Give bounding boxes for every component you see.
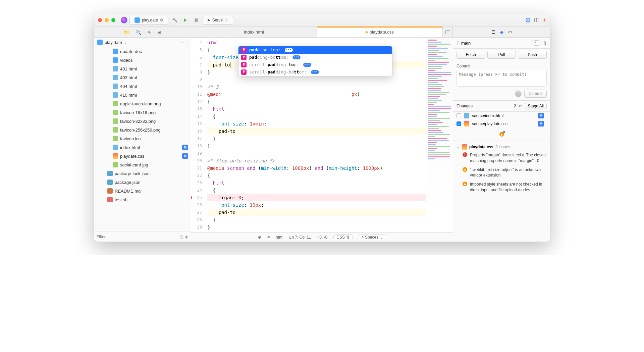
json-file-icon [107, 180, 113, 185]
issues-summary-icon[interactable]: ▲ [499, 132, 504, 137]
modified-badge: M [182, 145, 188, 150]
close-icon[interactable] [98, 18, 102, 22]
issue-text: "-webkit-text-size-adjust" is an unknown… [470, 167, 547, 179]
filter-settings-icon[interactable]: ◈ [185, 234, 188, 239]
stage-checkbox[interactable] [457, 113, 461, 118]
file-row[interactable]: 403.html [94, 73, 191, 82]
file-row[interactable]: package-lock.json [94, 169, 191, 178]
img-file-icon [113, 136, 118, 141]
branch-icon: ᛘ [457, 41, 459, 46]
autocomplete-item[interactable]: Pscroll-padding-top:••• [238, 61, 392, 68]
nav-back-icon[interactable]: ‹ [182, 40, 183, 45]
task-selector[interactable]: ▶ Serve ⇅ [203, 16, 233, 24]
autocomplete-item[interactable]: Pscroll-padding-bottom:••• [238, 68, 392, 76]
file-row[interactable]: ›videos [94, 56, 191, 64]
panels-icon[interactable] [534, 18, 539, 22]
change-row[interactable]: ✓ source/playdate.css M [453, 120, 550, 128]
refresh-icon[interactable]: ⟳ [519, 104, 522, 108]
file-row[interactable]: favicon.ico [94, 134, 191, 143]
preview-icon[interactable] [526, 18, 530, 22]
indent-selector[interactable]: 4 Spaces ⌄ [359, 234, 386, 240]
stage-all-button[interactable]: Stage All [525, 103, 547, 109]
file-row[interactable]: 410.html [94, 91, 191, 99]
breadcrumb-text[interactable]: html [276, 235, 283, 240]
tab-playdate-css[interactable]: playdate.css [317, 27, 443, 37]
css-file-icon [464, 121, 469, 127]
diff-status: +3, -0 [317, 235, 327, 240]
issue-item[interactable]: ▲"-webkit-text-size-adjust" is an unknow… [463, 167, 547, 179]
terminal-icon[interactable]: ▭ [508, 30, 512, 35]
file-row[interactable]: apple-touch-icon.png [94, 99, 191, 108]
add-icon[interactable]: + [543, 17, 546, 23]
subheader: 📁 🔍 ✳ ⊞ index.html playdate.css ☰ ◆ ▭ [94, 27, 550, 38]
branch-name: main [461, 41, 471, 46]
autocomplete-item[interactable]: Ppadding-bottom:••• [238, 54, 392, 61]
warning-icon: ▲ [463, 182, 467, 186]
stop-button[interactable] [192, 16, 201, 24]
search-icon[interactable]: 🔍 [136, 30, 141, 35]
autocomplete-popup[interactable]: Ppadding-top:•••Ppadding-bottom:•••Pscro… [238, 46, 392, 76]
tab-index-html[interactable]: index.html [191, 27, 317, 37]
project-tab[interactable]: play.date ✻ [129, 16, 168, 24]
zoom-icon[interactable] [111, 18, 115, 22]
file-row[interactable]: 404.html [94, 82, 191, 91]
change-row[interactable]: source/index.html M [453, 112, 550, 120]
img-file-icon [113, 127, 118, 133]
md-file-icon [107, 188, 113, 194]
split-editor-icon[interactable] [443, 27, 453, 37]
git-icon[interactable]: ◆ [500, 30, 503, 35]
file-tree[interactable]: ›update-dec›videos401.html403.html404.ht… [94, 47, 191, 232]
stage-checkbox[interactable]: ✓ [457, 121, 461, 126]
task-label: Serve [212, 18, 223, 22]
issue-item[interactable]: !Property "mrgan" doesn't exist. The clo… [463, 152, 547, 164]
chevron-right-icon: › [107, 50, 111, 53]
file-row[interactable]: README.md [94, 187, 191, 195]
code-area[interactable]: 456789101112131415161718192021222324!252… [191, 38, 453, 232]
grid-icon[interactable]: ⊞ [157, 30, 161, 35]
file-row[interactable]: 401.html [94, 64, 191, 73]
minimize-icon[interactable] [105, 18, 109, 22]
snippet-pill-icon: ••• [303, 63, 311, 67]
editor-tabs: index.html playdate.css [191, 27, 453, 37]
editor: 456789101112131415161718192021222324!252… [191, 38, 453, 242]
language-selector[interactable]: CSS ⇅ [333, 234, 353, 240]
filter-input[interactable] [97, 235, 180, 239]
git-buttons: Fetch Pull Push [453, 49, 550, 61]
cursor-position: Ln 7, Col 11 [289, 235, 311, 240]
file-label: favicon-16x16.png [120, 110, 156, 115]
file-label: apple-touch-icon.png [120, 101, 161, 106]
html-file-icon [113, 75, 118, 80]
file-row[interactable]: ›update-dec [94, 47, 191, 56]
project-name: play.date [105, 40, 122, 45]
issue-item[interactable]: ▲Imported style sheets are not checked i… [463, 182, 547, 193]
autocomplete-item[interactable]: Ppadding-top:••• [238, 46, 392, 54]
push-button[interactable]: Push [518, 51, 547, 59]
file-row[interactable]: favicon-256x256.png [94, 125, 191, 134]
commit-message-input[interactable] [457, 70, 547, 87]
pull-button[interactable]: Pull [487, 51, 516, 59]
branch-row[interactable]: ᛘ main 2 ↑ ⇅ [453, 38, 550, 49]
project-header[interactable]: play.date ⌄ ‹› [94, 38, 191, 47]
file-row[interactable]: test.sh [94, 195, 191, 204]
clock-icon[interactable]: ◷ [180, 234, 183, 239]
file-row[interactable]: playdate.cssM [94, 152, 191, 160]
fetch-button[interactable]: Fetch [457, 51, 485, 59]
breadcrumb-icon: ≡ [267, 235, 270, 240]
issues-header[interactable]: ⌄ playdate.css 3 issues [457, 144, 547, 150]
run-button[interactable] [181, 16, 190, 24]
file-row[interactable]: index.htmlM [94, 143, 191, 152]
settings-gear-icon[interactable]: ✻ [160, 18, 163, 22]
file-row[interactable]: favicon-16x16.png [94, 108, 191, 117]
minimap[interactable] [426, 38, 453, 232]
symbols-icon[interactable]: ✳ [147, 30, 151, 35]
code-lines[interactable]: html{ font-size: 3.8px; pad-to}/* S@medi… [205, 38, 426, 232]
commit-button[interactable]: Commit [524, 90, 547, 98]
file-row[interactable]: social-card.jpg [94, 160, 191, 169]
nav-forward-icon[interactable]: › [186, 40, 187, 45]
align-icon[interactable]: ☰ [491, 30, 495, 35]
build-hammer-icon[interactable]: 🔨 [170, 16, 179, 24]
css-file-icon [113, 153, 118, 159]
file-row[interactable]: package.json [94, 178, 191, 187]
file-row[interactable]: favicon-32x32.png [94, 117, 191, 125]
files-icon[interactable]: 📁 [124, 30, 129, 35]
